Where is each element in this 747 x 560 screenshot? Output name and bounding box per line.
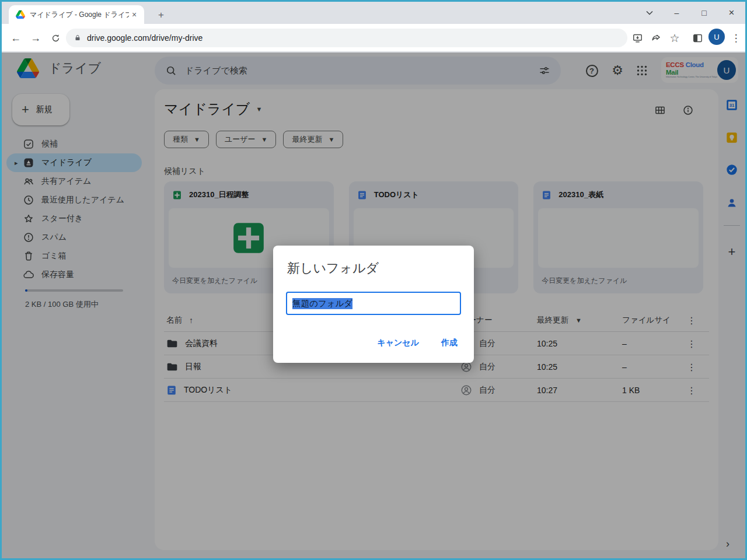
browser-toolbar: ← → drive.google.com/drive/my-drive ☆ U … [2,24,745,52]
tab-title: マイドライブ - Google ドライブ [30,10,129,20]
drive-favicon-icon [16,10,25,19]
side-panel-icon[interactable] [689,30,706,46]
window-minimize-button[interactable]: – [663,2,690,24]
create-button[interactable]: 作成 [439,334,460,352]
folder-name-selected-text: 無題のフォルダ [292,298,352,309]
browser-menu-icon[interactable]: ⋮ [728,30,744,46]
lock-icon [74,34,81,42]
bookmark-star-icon[interactable]: ☆ [666,30,683,46]
share-icon[interactable] [648,30,664,46]
url-bar[interactable]: drive.google.com/drive/my-drive [66,29,627,47]
browser-tab[interactable]: マイドライブ - Google ドライブ × [9,5,144,24]
cancel-button[interactable]: キャンセル [375,334,421,352]
window-maximize-button[interactable]: □ [690,2,718,24]
new-folder-dialog: 新しいフォルダ 無題のフォルダ キャンセル 作成 [273,246,474,363]
window-close-button[interactable]: × [718,2,745,24]
browser-window: マイドライブ - Google ドライブ × + – □ × ← → drive… [0,0,747,560]
reload-button[interactable] [46,29,65,47]
dialog-title: 新しいフォルダ [287,260,460,277]
browser-profile-avatar[interactable]: U [708,29,725,45]
url-text: drive.google.com/drive/my-drive [87,33,203,43]
new-tab-button[interactable]: + [153,8,169,23]
tab-strip: マイドライブ - Google ドライブ × + – □ × [2,2,745,24]
forward-button[interactable]: → [26,29,45,47]
tab-close-icon[interactable]: × [129,9,139,20]
install-icon[interactable] [629,30,645,46]
chevron-down-icon [646,10,653,15]
tab-search-icon[interactable] [636,2,663,24]
reload-icon [51,33,61,43]
back-button[interactable]: ← [6,29,25,47]
folder-name-input[interactable]: 無題のフォルダ [286,292,461,315]
